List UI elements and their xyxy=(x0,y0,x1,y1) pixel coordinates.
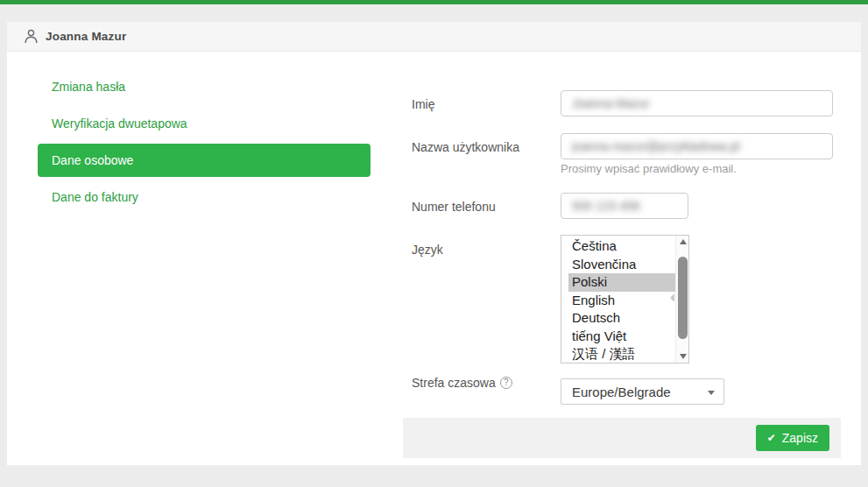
first-name-label: Imię xyxy=(412,97,434,111)
question-mark-icon[interactable]: ? xyxy=(500,377,512,389)
nav-item-label: Zmiana hasła xyxy=(52,80,125,94)
phone-label: Numer telefonu xyxy=(412,200,496,214)
settings-card: Joanna Mazur Zmiana hasła Weryfikacja dw… xyxy=(7,22,861,465)
language-option[interactable]: English xyxy=(568,292,675,310)
save-button-label: Zapisz xyxy=(782,431,818,445)
nav-item-label: Dane osobowe xyxy=(52,153,133,167)
nav-item-label: Weryfikacja dwuetapowa xyxy=(52,116,187,131)
scrollbar-thumb[interactable] xyxy=(678,257,688,339)
top-accent-bar xyxy=(0,0,868,4)
timezone-value: Europe/Belgrade xyxy=(572,385,671,399)
language-listbox[interactable]: Čeština Slovenčina Polski English Deutsc… xyxy=(561,235,689,363)
first-name-value-redacted: Joanna Mazur xyxy=(572,96,650,110)
language-option[interactable]: 汉语 / 漢語 xyxy=(568,345,675,363)
timezone-label: Strefa czasowa xyxy=(412,376,496,390)
form-footer-bar: ✔ Zapisz xyxy=(403,418,841,458)
settings-nav: Zmiana hasła Weryfikacja dwuetapowa Dane… xyxy=(38,70,370,217)
phone-input[interactable]: 500 123 456 xyxy=(561,193,688,219)
nav-item-invoice-data[interactable]: Dane do faktury xyxy=(38,180,370,214)
checkmark-icon: ✔ xyxy=(767,433,776,443)
username-helper-text: Prosimy wpisać prawidłowy e-mail. xyxy=(561,162,737,175)
scroll-left-hint-icon xyxy=(670,293,674,302)
language-option[interactable]: Slovenčina xyxy=(568,256,675,274)
scroll-down-icon[interactable] xyxy=(676,350,689,363)
user-name: Joanna Mazur xyxy=(46,30,126,43)
first-name-input[interactable]: Joanna Mazur xyxy=(561,90,833,116)
language-option-selected[interactable]: Polski xyxy=(568,273,675,292)
scroll-up-icon[interactable] xyxy=(676,236,689,248)
user-header: Joanna Mazur xyxy=(7,22,861,52)
language-options: Čeština Slovenčina Polski English Deutsc… xyxy=(561,236,675,363)
username-value-redacted: joanna.mazur@przykladowa.pl xyxy=(572,139,740,153)
timezone-label-row: Strefa czasowa? xyxy=(412,376,512,390)
nav-item-two-step-verification[interactable]: Weryfikacja dwuetapowa xyxy=(38,107,370,140)
language-option[interactable]: Deutsch xyxy=(568,309,675,328)
nav-item-label: Dane do faktury xyxy=(52,190,138,204)
phone-value-redacted: 500 123 456 xyxy=(572,199,640,213)
chevron-down-icon xyxy=(708,391,715,395)
language-option[interactable]: tiếng Việt xyxy=(568,328,675,346)
username-input[interactable]: joanna.mazur@przykladowa.pl xyxy=(561,133,833,159)
save-button[interactable]: ✔ Zapisz xyxy=(756,425,829,451)
nav-item-change-password[interactable]: Zmiana hasła xyxy=(38,70,370,103)
listbox-scrollbar[interactable] xyxy=(675,236,688,363)
language-label: Język xyxy=(412,243,443,257)
person-icon xyxy=(25,29,38,44)
nav-item-personal-data[interactable]: Dane osobowe xyxy=(38,144,370,177)
username-label: Nazwa użytkownika xyxy=(412,140,519,154)
timezone-select[interactable]: Europe/Belgrade xyxy=(561,378,724,405)
language-option[interactable]: Čeština xyxy=(568,237,675,256)
